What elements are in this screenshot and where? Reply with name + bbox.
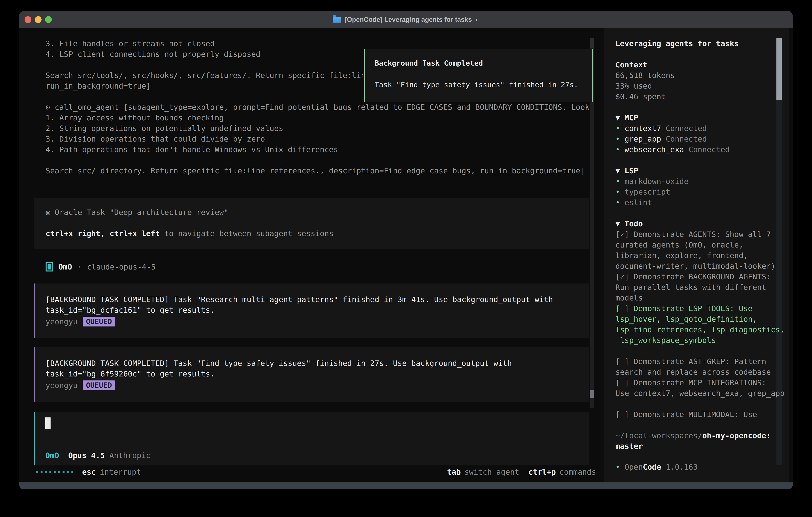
session-title: Leveraging agents for tasks (615, 38, 784, 49)
mcp-status: Connected (684, 145, 730, 154)
bullet-icon: • (615, 188, 620, 196)
toast-body: Task "Find type safety issues" finished … (375, 81, 578, 89)
esc-key-hint: esc (82, 468, 96, 477)
main-scrollbar-cap (590, 38, 594, 48)
agent-separator: · (77, 263, 82, 271)
status-dot-icon: • (615, 463, 620, 471)
todo-item-pending: [ ] Demonstrate MULTIMODAL: Use (615, 409, 784, 420)
prompt-input[interactable]: OmO Opus 4.5 Anthropic (34, 412, 589, 465)
title-bar: [OpenCode] Leveraging agents for tasks ◐ (19, 11, 793, 28)
lsp-item: • markdown-oxide (615, 176, 784, 187)
context-section: Context 66,518 tokens 33% used $0.46 spe… (615, 60, 784, 102)
mcp-status: Connected (661, 135, 707, 143)
status-bar: esc interrupt tab switch agent ctrl+p co… (36, 467, 596, 477)
task-author: yeongyu (46, 381, 78, 390)
task-message-line1: [BACKGROUND TASK COMPLETED] Task "Find t… (46, 358, 583, 369)
spinner-dot-icon (54, 471, 56, 473)
spinner-dot-icon (71, 471, 73, 473)
spinner-dot-icon (49, 471, 51, 473)
workspace-path: ~/local-workspaces/oh-my-opencode: (615, 430, 784, 441)
mcp-section-header[interactable]: ▼ MCP (615, 113, 784, 123)
folder-icon (333, 17, 341, 23)
spinner-dot-icon (45, 471, 47, 473)
context-tokens: 66,518 tokens (615, 70, 784, 81)
todo-item-done: [✓] Demonstrate BACKGROUND AGENTS: Run p… (615, 272, 784, 303)
agent-name: OmO (58, 263, 72, 271)
input-agent-name: OmO (46, 451, 59, 460)
workspace-branch: master (615, 441, 784, 452)
task-author: yeongyu (46, 317, 78, 326)
window-bottom-edge (19, 483, 793, 489)
terminal-window: [OpenCode] Leveraging agents for tasks ◐… (19, 11, 793, 489)
lsp-section: ▼ LSP • markdown-oxide• typescript• esli… (615, 166, 784, 208)
agent-model: claude-opus-4-5 (87, 263, 156, 271)
esc-label: interrupt (100, 468, 141, 477)
text-cursor (46, 417, 51, 429)
mcp-name: websearch_exa (620, 145, 684, 154)
context-used: 33% used (615, 81, 784, 91)
spinner-dots (36, 471, 73, 473)
mcp-name: grep_app (620, 135, 661, 143)
todo-section: ▼ Todo [✓] Demonstrate AGENTS: Show all … (615, 219, 784, 420)
queued-badge: QUEUED (83, 317, 115, 326)
todo-list: [✓] Demonstrate AGENTS: Show all 7 curat… (615, 229, 784, 420)
omo-agent-icon (46, 262, 53, 272)
ctrlp-label: commands (559, 468, 596, 477)
oracle-task-panel: ◉ Oracle Task "Deep architecture review"… (34, 198, 589, 249)
spinner-dot-icon (36, 471, 38, 473)
spinner-dot-icon (58, 471, 60, 473)
spinner-dot-icon (40, 471, 42, 473)
lsp-name: eslint (620, 198, 652, 207)
moon-status-icon: ◐ (475, 16, 479, 23)
input-provider: Anthropic (109, 451, 150, 460)
mcp-item: • context7 Connected (615, 123, 784, 134)
oracle-task-title: ◉ Oracle Task "Deep architecture review" (46, 207, 228, 218)
input-model: Opus 4.5 (68, 451, 105, 460)
toast-title: Background Task Completed (375, 59, 483, 67)
context-heading: Context (615, 60, 784, 70)
mcp-section: ▼ MCP • context7 Connected• grep_app Con… (615, 113, 784, 155)
bullet-icon: • (615, 124, 620, 133)
background-task-block: [BACKGROUND TASK COMPLETED] Task "Find t… (34, 347, 589, 402)
task-message-line1: [BACKGROUND TASK COMPLETED] Task "Resear… (46, 294, 583, 305)
bullet-icon: • (615, 145, 620, 154)
lsp-list: • markdown-oxide• typescript• eslint (615, 176, 784, 208)
record-icon: ◉ (46, 208, 50, 217)
lsp-name: markdown-oxide (620, 177, 689, 186)
background-task-block: [BACKGROUND TASK COMPLETED] Task "Resear… (34, 283, 589, 338)
mcp-item: • grep_app Connected (615, 134, 784, 144)
bullet-icon: • (615, 135, 620, 143)
lsp-name: typescript (620, 188, 670, 196)
bullet-icon: • (615, 177, 620, 186)
background-task-toast: Background Task Completed Task "Find typ… (364, 49, 593, 102)
oracle-nav-hint: ctrl+x right, ctrl+x left to navigate be… (46, 228, 334, 239)
lsp-item: • eslint (615, 197, 784, 208)
spinner-dot-icon (62, 471, 64, 473)
todo-section-header[interactable]: ▼ Todo (615, 219, 784, 229)
lsp-section-header[interactable]: ▼ LSP (615, 166, 784, 176)
tab-label: switch agent (464, 468, 519, 477)
todo-item-pending: [ ] Demonstrate MCP INTEGRATIONS: Use co… (615, 377, 784, 399)
context-spent: $0.46 spent (615, 91, 784, 102)
todo-item-done: [✓] Demonstrate AGENTS: Show all 7 curat… (615, 229, 784, 272)
task-message-line2: task_id="bg_6f59260c" to get results. (46, 369, 583, 379)
mcp-status: Connected (661, 124, 707, 133)
input-meta-row: OmO Opus 4.5 Anthropic (46, 451, 150, 460)
spinner-dot-icon (67, 471, 69, 473)
opencode-version: • OpenCode 1.0.163 (615, 462, 698, 472)
lsp-item: • typescript (615, 187, 784, 197)
todo-item-active: [ ] Demonstrate LSP TOOLS: Use lsp_hover… (615, 303, 784, 346)
main-scrollbar-thumb[interactable] (590, 390, 594, 398)
ctrlp-key-hint: ctrl+p (528, 468, 556, 477)
mcp-item: • websearch_exa Connected (615, 144, 784, 155)
agent-header-row: OmO · claude-opus-4-5 (46, 261, 156, 272)
window-title: [OpenCode] Leveraging agents for tasks (345, 16, 472, 23)
sidebar: Leveraging agents for tasks Context 66,5… (604, 28, 789, 483)
todo-item-pending: [ ] Demonstrate AST-GREP: Pattern search… (615, 356, 784, 377)
bullet-icon: • (615, 198, 620, 207)
tab-key-hint: tab (447, 468, 461, 477)
queued-badge: QUEUED (83, 380, 115, 390)
workspace-info: ~/local-workspaces/oh-my-opencode: maste… (615, 430, 784, 452)
mcp-name: context7 (620, 124, 661, 133)
mcp-list: • context7 Connected• grep_app Connected… (615, 123, 784, 155)
